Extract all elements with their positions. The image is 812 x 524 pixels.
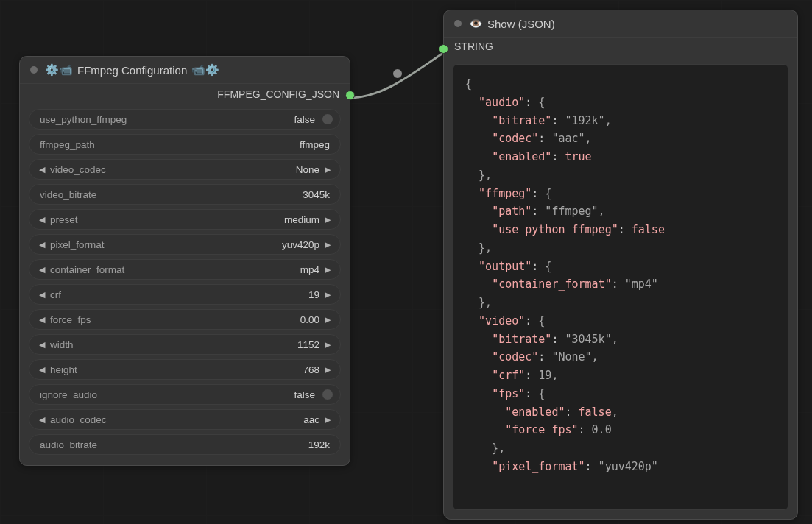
chevron-right-icon[interactable]: ▶ — [322, 240, 333, 249]
widget-label: height — [47, 364, 303, 375]
json-line: "pixel_format": "yuv420p" — [465, 458, 776, 476]
json-line: { — [465, 75, 776, 93]
widget-label: container_format — [47, 264, 300, 275]
json-viewer[interactable]: { "audio": { "bitrate": "192k", "codec":… — [453, 64, 788, 510]
widget-value[interactable]: 0.00 — [300, 314, 322, 325]
widget-list: use_python_ffmpegfalseffmpeg_pathffmpeg◀… — [20, 105, 350, 465]
json-line: "bitrate": "192k", — [465, 112, 776, 130]
widget-value[interactable]: 19 — [308, 289, 322, 300]
widget-value[interactable]: 3045k — [303, 189, 333, 200]
widget-value[interactable]: ffmpeg — [300, 139, 333, 150]
chevron-right-icon[interactable]: ▶ — [322, 365, 333, 375]
chevron-left-icon[interactable]: ◀ — [37, 340, 47, 350]
widget-label: ignore_audio — [37, 389, 294, 400]
json-line: "path": "ffmpeg", — [465, 202, 776, 221]
widget-use_python_ffmpeg[interactable]: use_python_ffmpegfalse — [29, 109, 341, 130]
node-ffmpeg-config[interactable]: ⚙️📹 FFmpeg Configuration 📹⚙️ FFMPEG_CONF… — [19, 56, 350, 466]
widget-value[interactable]: false — [294, 114, 318, 125]
input-port-icon[interactable] — [439, 44, 448, 54]
widget-container_format[interactable]: ◀container_formatmp4▶ — [29, 259, 341, 280]
toggle-knob-icon[interactable] — [322, 114, 333, 124]
widget-audio_codec[interactable]: ◀audio_codecaac▶ — [29, 409, 341, 430]
toggle-knob-icon[interactable] — [322, 389, 333, 400]
json-line: }, — [465, 294, 776, 312]
collapse-dot-icon[interactable] — [454, 20, 462, 27]
widget-label: video_codec — [47, 164, 296, 175]
widget-value[interactable]: aac — [303, 414, 322, 425]
widget-audio_bitrate[interactable]: audio_bitrate192k — [29, 434, 341, 455]
chevron-right-icon[interactable]: ▶ — [322, 165, 333, 174]
node-title: ⚙️📹 FFmpeg Configuration 📹⚙️ — [45, 63, 219, 77]
widget-value[interactable]: None — [296, 164, 322, 175]
widget-label: width — [47, 339, 297, 350]
widget-value[interactable]: false — [294, 389, 318, 400]
widget-value[interactable]: 1152 — [297, 339, 322, 350]
node-header[interactable]: ⚙️📹 FFmpeg Configuration 📹⚙️ — [20, 57, 350, 84]
collapse-dot-icon[interactable] — [30, 66, 38, 74]
chevron-left-icon[interactable]: ◀ — [37, 415, 47, 425]
node-show-json[interactable]: 👁️ Show (JSON) STRING { "audio": { "bitr… — [443, 10, 798, 520]
json-line: "output": { — [465, 258, 776, 276]
gear-camera-icon: ⚙️📹 — [45, 63, 73, 77]
widget-video_bitrate[interactable]: video_bitrate3045k — [29, 184, 341, 205]
widget-height[interactable]: ◀height768▶ — [29, 359, 341, 380]
json-line: "enabled": false, — [465, 403, 776, 422]
widget-video_codec[interactable]: ◀video_codecNone▶ — [29, 159, 341, 180]
widget-ffmpeg_path[interactable]: ffmpeg_pathffmpeg — [29, 134, 341, 155]
widget-value[interactable]: mp4 — [300, 264, 322, 275]
chevron-right-icon[interactable]: ▶ — [322, 415, 333, 425]
widget-pixel_format[interactable]: ◀pixel_formatyuv420p▶ — [29, 234, 341, 255]
json-line: "force_fps": 0.0 — [465, 421, 776, 439]
camera-gear-icon: 📹⚙️ — [191, 63, 219, 77]
chevron-right-icon[interactable]: ▶ — [322, 290, 333, 300]
chevron-right-icon[interactable]: ▶ — [322, 265, 333, 275]
chevron-left-icon[interactable]: ◀ — [37, 290, 47, 300]
widget-label: video_bitrate — [37, 189, 303, 200]
output-slot-ffmpeg-config-json[interactable]: FFMPEG_CONFIG_JSON — [20, 84, 350, 105]
output-label: FFMPEG_CONFIG_JSON — [217, 88, 339, 100]
json-line: "codec": "aac", — [465, 130, 776, 148]
json-line: "codec": "None", — [465, 348, 776, 367]
json-line: "crf": 19, — [465, 367, 776, 385]
widget-ignore_audio[interactable]: ignore_audiofalse — [29, 384, 341, 405]
widget-value[interactable]: 192k — [308, 439, 333, 450]
json-line: "bitrate": "3045k", — [465, 330, 776, 349]
chevron-left-icon[interactable]: ◀ — [37, 265, 47, 275]
chevron-left-icon[interactable]: ◀ — [37, 240, 47, 249]
widget-label: pixel_format — [47, 239, 282, 250]
chevron-right-icon[interactable]: ▶ — [322, 340, 333, 350]
widget-label: ffmpeg_path — [37, 139, 300, 150]
json-line: "audio": { — [465, 93, 776, 112]
chevron-left-icon[interactable]: ◀ — [37, 165, 47, 174]
json-line: "container_format": "mp4" — [465, 275, 776, 294]
eye-icon: 👁️ — [469, 17, 483, 30]
chevron-right-icon[interactable]: ▶ — [322, 215, 333, 224]
json-line: }, — [465, 239, 776, 258]
svg-point-0 — [393, 69, 402, 78]
widget-label: force_fps — [47, 314, 300, 325]
json-line: "enabled": true — [465, 148, 776, 166]
node-title: 👁️ Show (JSON) — [469, 17, 555, 30]
node-header[interactable]: 👁️ Show (JSON) — [444, 10, 797, 38]
widget-value[interactable]: medium — [284, 214, 322, 225]
widget-label: use_python_ffmpeg — [37, 114, 294, 125]
widget-force_fps[interactable]: ◀force_fps0.00▶ — [29, 309, 341, 330]
chevron-right-icon[interactable]: ▶ — [322, 315, 333, 325]
chevron-left-icon[interactable]: ◀ — [37, 315, 47, 325]
json-line: }, — [465, 166, 776, 185]
widget-width[interactable]: ◀width1152▶ — [29, 334, 341, 355]
widget-label: preset — [47, 214, 284, 225]
json-line: }, — [465, 439, 776, 458]
json-line: "fps": { — [465, 385, 776, 403]
widget-label: audio_codec — [47, 414, 303, 425]
json-line: "ffmpeg": { — [465, 185, 776, 203]
widget-value[interactable]: 768 — [303, 364, 322, 375]
widget-crf[interactable]: ◀crf19▶ — [29, 284, 341, 305]
input-slot-string[interactable]: STRING — [444, 38, 797, 55]
widget-label: audio_bitrate — [37, 439, 308, 450]
widget-value[interactable]: yuv420p — [282, 239, 322, 250]
output-port-icon[interactable] — [345, 91, 355, 100]
chevron-left-icon[interactable]: ◀ — [37, 365, 47, 375]
widget-preset[interactable]: ◀presetmedium▶ — [29, 209, 341, 230]
chevron-left-icon[interactable]: ◀ — [37, 215, 47, 224]
